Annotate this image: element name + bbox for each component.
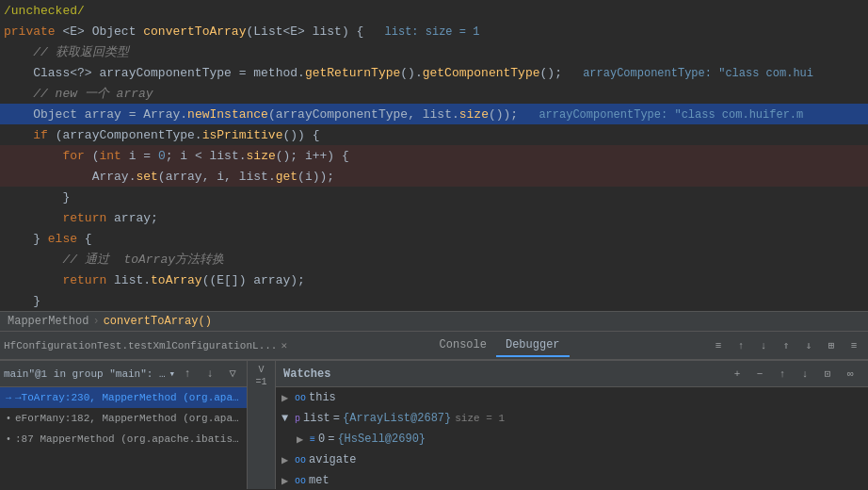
tab-debugger[interactable]: Debugger xyxy=(496,335,570,357)
stack-frame-1[interactable]: • eForMany:182, MapperMethod (org.apache… xyxy=(0,408,247,429)
call-stack-panel: main"@1 in group "main": R... ▾ ↑ ↓ ▽ → … xyxy=(0,361,248,489)
breadcrumb: MapperMethod › convertToArray() xyxy=(0,311,868,332)
variables-toolbar: Watches + − ↑ ↓ ⊡ ∞ xyxy=(276,361,868,387)
stack-frame-2[interactable]: • :87 MapperMethod (org.apache.ibatis.bi… xyxy=(0,429,247,449)
code-line-4: // new 一个 array xyxy=(0,83,868,104)
code-line-5: Object array = Array.newInstance(arrayCo… xyxy=(0,104,868,124)
close-tab-icon[interactable]: ✕ xyxy=(281,339,287,351)
code-line-2: // 获取返回类型 xyxy=(0,41,868,62)
expand-icon-this[interactable]: ▶ xyxy=(281,391,295,405)
down-icon[interactable]: ↓ xyxy=(200,364,220,384)
expand-icon-list-0[interactable]: ▶ xyxy=(297,433,310,447)
code-line-8: Array.set(array, i, list.get(i)); xyxy=(0,166,868,187)
tab-console[interactable]: Console xyxy=(430,335,496,357)
frame-icon-1: • xyxy=(6,414,11,424)
code-line-7: for (int i = 0; i < list.size(); i++) { xyxy=(0,145,868,166)
watches-label: Watches xyxy=(283,368,330,381)
code-line-1: private <E> Object convertToArray(List<E… xyxy=(0,21,868,41)
type-icon-met: oo xyxy=(295,476,306,486)
breadcrumb-separator: › xyxy=(92,315,99,328)
frames-icon[interactable]: ⊞ xyxy=(821,335,842,356)
var-name-list: list xyxy=(303,412,330,425)
var-name-list-0: 0 xyxy=(318,433,325,446)
step-out-icon[interactable]: ⇑ xyxy=(776,335,796,356)
expand-icon-list[interactable]: ▼ xyxy=(281,412,295,425)
file-tab: HfConfigurationTest.testXmlConfiguration… xyxy=(4,339,287,351)
code-line-9: } xyxy=(0,187,868,207)
infinity-watch-icon[interactable]: ∞ xyxy=(840,364,860,384)
annotation-text: /unchecked/ xyxy=(4,4,85,18)
thread-selector[interactable]: main"@1 in group "main": R... ▾ xyxy=(4,368,175,380)
code-line-11: } else { xyxy=(0,228,868,249)
breadcrumb-method: convertToArray() xyxy=(104,315,212,328)
threads-icon[interactable]: ≡ xyxy=(844,335,864,356)
var-row-met[interactable]: ▶ oo met xyxy=(276,470,868,489)
var-name-avigate: avigate xyxy=(309,453,356,466)
watches-icons: + − ↑ ↓ ⊡ ∞ xyxy=(727,364,860,384)
resume-icon[interactable]: ⇓ xyxy=(798,335,819,356)
remove-watch-icon[interactable]: − xyxy=(749,364,770,384)
settings-icon[interactable]: ≡ xyxy=(708,335,729,356)
equals-label: =1 xyxy=(255,377,266,387)
expand-icon-avigate[interactable]: ▶ xyxy=(281,453,295,467)
debugger-toolbar: HfConfigurationTest.testXmlConfiguration… xyxy=(0,332,868,360)
step-into-icon[interactable]: ↓ xyxy=(753,335,774,356)
up-watch-icon[interactable]: ↑ xyxy=(772,364,793,384)
debug-panel: main"@1 in group "main": R... ▾ ↑ ↓ ▽ → … xyxy=(0,360,868,489)
var-name-this: this xyxy=(309,391,336,404)
var-row-list-0[interactable]: ▶ ≡ 0 = {HsSell@2690} xyxy=(276,429,868,449)
expand-icon-met[interactable]: ▶ xyxy=(281,474,295,488)
down-watch-icon[interactable]: ↓ xyxy=(795,364,815,384)
toolbar-icons: ≡ ↑ ↓ ⇑ ⇓ ⊞ ≡ xyxy=(708,335,864,356)
dropdown-icon: ▾ xyxy=(169,368,175,380)
copy-watch-icon[interactable]: ⊡ xyxy=(817,364,838,384)
call-stack-toolbar: main"@1 in group "main": R... ▾ ↑ ↓ ▽ xyxy=(0,361,247,387)
v-panel: V =1 xyxy=(248,361,276,489)
type-icon-list: p xyxy=(295,414,300,424)
variables-panel: Watches + − ↑ ↓ ⊡ ∞ ▶ oo this ▼ p list =… xyxy=(276,361,868,489)
type-icon-list-0: ≡ xyxy=(310,434,315,445)
frame-icon-0: → xyxy=(6,393,11,403)
code-line-6: if (arrayComponentType.isPrimitive()) { xyxy=(0,124,868,145)
var-value-list-0: {HsSell@2690} xyxy=(337,433,426,446)
var-size-list: size = 1 xyxy=(455,413,505,424)
type-icon-avigate: oo xyxy=(295,455,306,466)
code-editor: /unchecked/ private <E> Object convertTo… xyxy=(0,0,868,311)
var-row-avigate[interactable]: ▶ oo avigate xyxy=(276,449,868,470)
type-icon-this: oo xyxy=(295,393,306,403)
code-line-12: // 通过 toArray方法转换 xyxy=(0,249,868,270)
frame-icon-2: • xyxy=(6,434,11,445)
code-line-3: Class<?> arrayComponentType = method.get… xyxy=(0,62,868,83)
step-over-icon[interactable]: ↑ xyxy=(731,335,751,356)
breadcrumb-class: MapperMethod xyxy=(8,315,88,328)
var-name-met: met xyxy=(309,474,330,487)
v-label: V xyxy=(258,365,264,375)
var-row-this[interactable]: ▶ oo this xyxy=(276,387,868,408)
filter-icon[interactable]: ▽ xyxy=(222,364,243,384)
var-row-list[interactable]: ▼ p list = {ArrayList@2687} size = 1 xyxy=(276,408,868,429)
code-line-10: return array; xyxy=(0,207,868,228)
up-icon[interactable]: ↑ xyxy=(177,364,198,384)
code-line-14: } xyxy=(0,290,868,311)
add-watch-icon[interactable]: + xyxy=(727,364,747,384)
stack-frame-0[interactable]: → →ToArray:230, MapperMethod (org.apache… xyxy=(0,387,247,408)
code-line-13: return list.toArray((E[]) array); xyxy=(0,270,868,290)
annotation-line: /unchecked/ xyxy=(0,0,868,21)
var-value-list: {ArrayList@2687} xyxy=(343,412,451,425)
